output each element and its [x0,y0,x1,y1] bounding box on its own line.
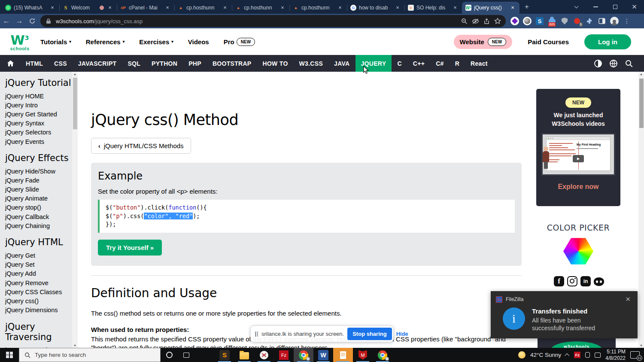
tab-close-icon[interactable] [452,4,459,11]
page-scroll-thumb[interactable] [639,79,644,128]
facebook-icon[interactable]: f [554,276,564,286]
extension-diamond-icon[interactable] [510,16,519,26]
filezilla-notification[interactable]: Fz FileZilla ✕ i Transfers finished All … [491,291,638,338]
taskbar-app-snipping[interactable] [254,348,274,362]
browser-tab[interactable]: (15) WhatsA [2,2,59,14]
browser-tab[interactable]: cPcPanel - Mai [117,2,174,14]
nav-item-w3css[interactable]: W3.CSS [294,55,328,72]
color-picker-hexagon[interactable] [563,237,593,265]
sidebar-item-jquery-events[interactable]: jQuery Events [5,137,72,146]
minimize-button[interactable] [586,0,605,14]
tab-close-icon[interactable] [279,4,286,11]
play-button-icon[interactable]: ▶ [573,155,584,162]
nav-item-javascript[interactable]: JAVASCRIPT [73,55,122,72]
sidebar-item-jquery-home[interactable]: jQuery HOME [5,91,72,100]
extensions-puzzle-icon[interactable] [585,16,594,26]
taskbar-search-input[interactable]: Type here to search [19,348,161,362]
taskbar-app-chrome[interactable] [373,348,392,362]
hidden-icons-chevron[interactable] [565,353,569,358]
weather-sun-icon[interactable] [518,351,526,359]
sidebar-item-jquery-intro[interactable]: jQuery Intro [5,100,72,110]
dark-mode-icon[interactable] [592,58,604,69]
weather-text[interactable]: 42°C Sunny [530,352,561,358]
taskbar-app-word[interactable]: W [313,348,333,362]
sidebar-item-jquery-remove[interactable]: jQuery Remove [5,278,72,287]
nav-item-html[interactable]: HTML [20,55,49,72]
bookmark-star-icon[interactable] [494,17,501,25]
videos-ad-card[interactable]: NEW We just launched W3Schools videos My… [536,89,620,206]
taskbar-clock[interactable]: 5:11 PM 4/8/2022 [605,349,626,362]
sidebar-item-jquery-slide[interactable]: jQuery Slide [5,185,72,194]
eye-hidden-icon[interactable] [471,17,479,25]
sidebar-item-jquery-hide-show[interactable]: jQuery Hide/Show [5,167,72,176]
sidebar-item-jquery-callback[interactable]: jQuery Callback [5,212,72,221]
instagram-icon[interactable] [567,276,577,286]
globe-icon[interactable] [608,58,619,69]
browser-tab[interactable]: ▲cp.hosthunn [232,2,289,14]
nav-item-r[interactable]: R [450,55,465,72]
sidebar-scrollbar[interactable]: ▲ ▼ [72,72,78,348]
filezilla-tray-icon[interactable]: Fz [574,352,580,358]
sidebar-item-jquery-css-classes[interactable]: jQuery CSS Classes [5,287,72,296]
tab-close-icon[interactable] [509,4,516,11]
sidebar-item-jquery-set[interactable]: jQuery Set [5,260,72,269]
scroll-up-icon[interactable]: ▲ [72,73,78,76]
tab-close-icon[interactable] [394,4,401,11]
address-bar[interactable]: w3schools.com/jquery/css_css.asp [40,15,506,27]
taskbar-app-explorer[interactable] [234,348,254,362]
nav-item-php[interactable]: PHP [183,55,207,72]
home-icon[interactable] [0,55,20,72]
nav-item-react[interactable]: React [465,55,493,72]
new-tab-button[interactable]: + [521,1,532,12]
nav-item-howto[interactable]: HOW TO [257,55,293,72]
taskbar-app-notes[interactable] [333,348,353,362]
sidebar-item-jquery-css-[interactable]: jQuery css() [5,296,72,305]
tray-icon-device[interactable] [585,352,590,358]
extension-alert-icon[interactable]: 1 [572,16,582,26]
browser-tab[interactable]: W³jQuery css() [462,2,519,14]
notification-center-icon[interactable]: 11 [630,351,640,359]
try-it-yourself-button[interactable]: Try it Yourself » [98,240,162,256]
scroll-down-icon[interactable]: ▼ [72,344,78,347]
nav-item-c[interactable]: C# [430,55,450,72]
header-nav-videos[interactable]: Videos [188,38,209,46]
browser-tab[interactable]: ▲cp.hosthunn [174,2,232,14]
nav-item-c[interactable]: C [392,55,407,72]
sidebar-item-jquery-stop-[interactable]: jQuery stop() [5,203,72,212]
nav-item-jquery[interactable]: JQUERY [355,55,392,72]
nav-item-css[interactable]: CSS [49,55,73,72]
taskbar-app-filezilla[interactable]: Fz [274,348,294,362]
side-panel-icon[interactable] [597,16,607,26]
tab-close-icon[interactable] [222,4,228,11]
website-button[interactable]: Website NEW [454,35,513,49]
cortana-icon[interactable] [161,348,178,362]
tab-close-icon[interactable] [337,4,343,11]
sidebar-item-jquery-syntax[interactable]: jQuery Syntax [5,119,72,128]
header-nav-exercises[interactable]: Exercises▾ [139,38,173,46]
stop-sharing-button[interactable]: Stop sharing [347,328,392,340]
header-nav-tutorials[interactable]: Tutorials▾ [40,38,71,46]
sidebar-item-jquery-get[interactable]: jQuery Get [5,251,72,260]
search-icon[interactable] [623,58,635,69]
code-block[interactable]: $("button").click(function(){ $("p").css… [98,200,515,233]
forward-button[interactable]: → [13,15,26,27]
back-button[interactable]: ← [0,15,13,27]
w3schools-logo[interactable]: W3 schools [9,32,30,51]
tab-close-icon[interactable] [49,4,56,11]
tray-icon-network[interactable] [595,353,601,358]
sidebar-item-jquery-chaining[interactable]: jQuery Chaining [5,221,72,230]
close-window-button[interactable]: ✕ [625,0,644,14]
nav-item-sql[interactable]: SQL [122,55,146,72]
extension-downloads-icon[interactable]: 221 [547,16,557,26]
nav-item-java[interactable]: JAVA [328,55,355,72]
nav-item-python[interactable]: PYTHON [146,55,183,72]
sidebar-scroll-thumb[interactable] [73,78,77,129]
hide-sharing-bar-link[interactable]: Hide [396,331,408,337]
extension-shield-icon[interactable] [560,16,569,26]
sidebar-item-jquery-selectors[interactable]: jQuery Selectors [5,128,72,137]
nav-item-bootstrap[interactable]: BOOTSTRAP [207,55,257,72]
header-nav-references[interactable]: References▾ [86,38,125,46]
scroll-up-icon[interactable]: ▲ [638,73,644,76]
page-scrollbar[interactable]: ▲ ▼ [638,72,644,348]
browser-menu-icon[interactable]: ⋮ [622,16,632,26]
